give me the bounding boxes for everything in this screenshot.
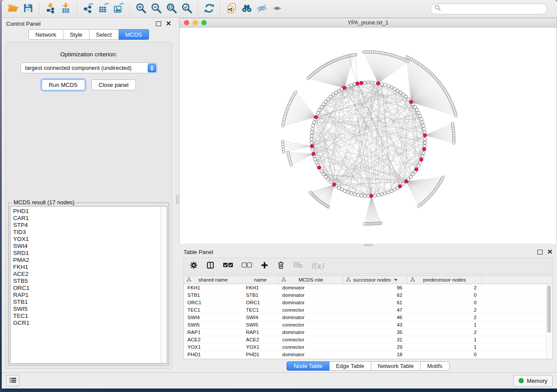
tab-edge-table[interactable]: Edge Table <box>329 361 371 371</box>
table-cell: connector <box>279 322 343 327</box>
vertical-splitter[interactable] <box>176 18 179 372</box>
mcds-result-item[interactable]: STP4 <box>13 222 161 229</box>
mcds-result-item[interactable]: SRD1 <box>13 250 161 257</box>
mcds-result-item[interactable]: TID3 <box>13 229 161 236</box>
import-table-button[interactable] <box>59 2 73 16</box>
network-window-titlebar[interactable]: YPA_prune.txt_1 <box>179 18 557 28</box>
settings-gear-button[interactable] <box>190 261 198 271</box>
column-header-name[interactable]: name <box>242 276 279 284</box>
tab-select[interactable]: Select <box>90 29 119 40</box>
network-view-canvas[interactable] <box>179 28 557 244</box>
deselect-all-button[interactable] <box>242 262 252 269</box>
search-input[interactable] <box>443 5 543 12</box>
add-row-button[interactable] <box>260 261 269 271</box>
column-label: predecessor nodes <box>423 277 466 282</box>
mcds-result-item[interactable]: FKH1 <box>13 264 161 271</box>
criterion-dropdown[interactable]: largest connected component (undirected) <box>21 62 157 73</box>
delete-row-button[interactable] <box>277 261 285 271</box>
mcds-result-item[interactable]: STB1 <box>13 299 161 306</box>
dropdown-stepper-icon <box>148 63 156 72</box>
export-network-button[interactable] <box>81 2 95 16</box>
function-builder-icon: f(x) <box>311 261 324 270</box>
table-row[interactable]: SWI4SWI4dominator462 <box>184 314 552 321</box>
copy-network-button[interactable] <box>224 2 239 16</box>
export-image-button[interactable] <box>111 2 126 16</box>
horizontal-splitter[interactable] <box>179 244 557 247</box>
mcds-result-item[interactable]: ORC1 <box>13 285 161 292</box>
zoom-fit-button[interactable] <box>164 2 179 16</box>
column-header-predecessor-nodes[interactable]: predecessor nodes <box>408 276 482 284</box>
tab-style[interactable]: Style <box>63 29 90 40</box>
float-panel-icon[interactable] <box>156 21 161 26</box>
tab-node-table[interactable]: Node Table <box>287 361 329 371</box>
mcds-result-item[interactable]: YOX1 <box>13 236 161 243</box>
memory-button[interactable]: Memory <box>513 375 553 387</box>
mcds-result-item[interactable]: STB5 <box>13 278 161 285</box>
zoom-in-button[interactable] <box>134 2 148 16</box>
column-header-shared-name[interactable]: shared name <box>184 276 242 284</box>
tab-network-table[interactable]: Network Table <box>371 361 421 371</box>
select-all-button[interactable] <box>223 262 233 269</box>
import-network-button[interactable] <box>43 2 58 16</box>
show-all-button[interactable] <box>270 2 284 16</box>
table-cell: SWI5 <box>184 322 242 327</box>
mcds-result-item[interactable]: PMA2 <box>13 257 161 264</box>
hide-selected-button[interactable] <box>255 2 269 16</box>
zoom-out-button[interactable] <box>149 2 163 16</box>
tab-motifs[interactable]: Motifs <box>421 361 450 371</box>
table-row[interactable]: TEC1TEC1connector472 <box>184 306 552 314</box>
import-network-icon <box>45 3 56 15</box>
table-cell: 2 <box>408 285 482 290</box>
zoom-selected-button[interactable] <box>180 2 194 16</box>
table-row[interactable]: PHD1PHD1dominator180 <box>184 351 552 358</box>
show-columns-button[interactable] <box>206 261 214 271</box>
table-panel-tabs: Node TableEdge TableNetwork TableMotifs <box>179 359 557 372</box>
table-row[interactable]: ACE2ACE2connector311 <box>184 336 552 344</box>
table-row[interactable]: FKH1FKH1dominator962 <box>184 284 552 292</box>
splitter-handle[interactable] <box>176 195 179 204</box>
clear-table-button[interactable] <box>293 261 303 270</box>
splitter-handle[interactable] <box>363 244 373 246</box>
table-panel-title: Table Panel <box>183 249 213 255</box>
tab-network[interactable]: Network <box>28 29 63 40</box>
column-header-MCDS-role[interactable]: MCDS role <box>279 276 343 284</box>
table-cell: dominator <box>279 292 343 298</box>
column-label: MCDS role <box>298 277 323 282</box>
search-network-button[interactable] <box>239 2 254 16</box>
table-cell: connector <box>279 307 343 313</box>
table-row[interactable]: ORC1ORC1dominator610 <box>184 299 552 306</box>
mcds-result-item[interactable]: GCR1 <box>13 320 161 327</box>
table-cell: 46 <box>343 315 408 320</box>
mcds-result-item[interactable]: PHD1 <box>13 208 161 215</box>
table-scrollbar[interactable] <box>546 284 552 359</box>
export-table-button[interactable] <box>96 2 111 16</box>
float-panel-icon[interactable] <box>537 250 543 254</box>
close-panel-icon[interactable]: ✕ <box>547 250 553 254</box>
table-scrollbar-thumb[interactable] <box>547 285 551 333</box>
mcds-result-item[interactable]: CAR1 <box>13 215 161 222</box>
search-box[interactable] <box>430 3 547 14</box>
table-cell: 96 <box>343 285 408 290</box>
tab-mcds[interactable]: MCDS <box>119 29 149 40</box>
run-mcds-button[interactable]: Run MCDS <box>42 79 85 90</box>
control-panel-tabs: NetworkStyleSelectMCDS <box>2 29 176 40</box>
table-row[interactable]: SWI5SWI5connector431 <box>184 321 552 329</box>
mcds-result-item[interactable]: SWI5 <box>13 306 161 313</box>
mcds-result-item[interactable]: TEC1 <box>13 313 161 320</box>
save-session-button[interactable] <box>21 2 35 16</box>
open-file-button[interactable] <box>6 2 20 16</box>
task-history-button[interactable] <box>6 375 19 386</box>
table-cell: dominator <box>279 315 343 320</box>
table-row[interactable]: STB1STB1dominator620 <box>184 292 552 299</box>
mcds-list-scrollbar[interactable] <box>161 206 167 363</box>
list-icon <box>10 377 16 385</box>
mcds-result-item[interactable]: RAP1 <box>13 292 161 299</box>
column-header-successor-nodes[interactable]: successor nodes <box>343 276 408 284</box>
table-row[interactable]: RAP1RAP1dominator352 <box>184 329 552 336</box>
close-panel-icon[interactable]: ✕ <box>166 21 171 26</box>
close-panel-button[interactable]: Close panel <box>91 79 136 90</box>
table-row[interactable]: YOX1YOX1connector291 <box>184 344 552 351</box>
mcds-result-item[interactable]: SWI4 <box>13 243 161 250</box>
mcds-result-item[interactable]: ACE2 <box>13 271 161 278</box>
refresh-button[interactable] <box>202 2 216 16</box>
